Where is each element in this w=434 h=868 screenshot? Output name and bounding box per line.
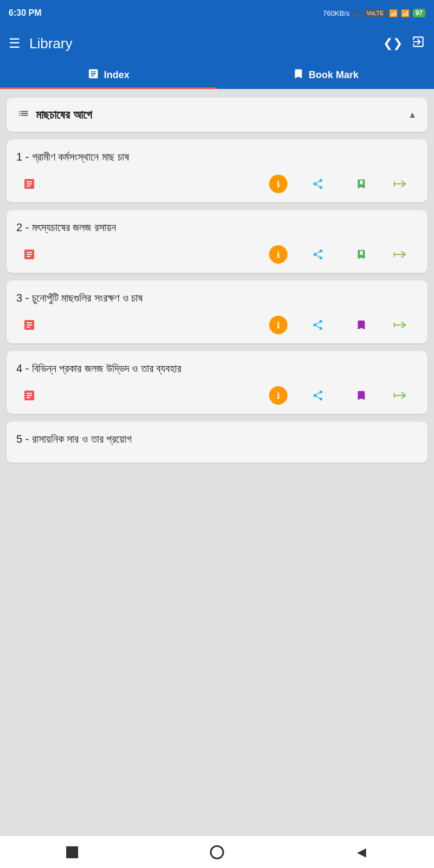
app-bar: ☰ Library ❮❯ [0,26,434,61]
item-actions-1: ℹ [16,173,418,195]
tab-bar: Index Book Mark [0,61,434,89]
logout-icon[interactable] [411,35,425,52]
arrow-icon-2[interactable] [387,244,413,265]
item-title-4: 4 - বিভিন্ন প্রকার জলজ উদ্ভিদ ও তার ব্যব… [16,361,418,376]
collapse-icon[interactable]: ▲ [408,110,417,120]
bookmark-tab-icon [292,68,304,82]
battery-indicator: 97 [413,9,425,17]
doc-icon-4[interactable] [16,385,42,406]
doc-icon-2[interactable] [16,244,42,265]
wifi-icon: 📶 [401,9,410,17]
info-icon-2[interactable]: ℹ [269,245,288,264]
item-actions-2: ℹ [16,244,418,265]
home-button[interactable] [207,843,227,862]
index-tab-icon [87,68,99,82]
item-title-2: 2 - মৎস্যচাষের জলজ রসায়ন [16,220,418,235]
square-icon [66,846,78,858]
item-actions-3: ℹ [16,314,418,336]
section-header-card[interactable]: মাছচাষের আগে ▲ [7,98,427,132]
arrow-icon-4[interactable] [387,385,413,406]
item-actions-4: ℹ [16,385,418,406]
share-icon-3[interactable] [305,314,331,336]
circle-icon [210,845,224,859]
headphone-icon: 🎧 [353,9,361,17]
tab-index[interactable]: Index [0,61,217,89]
arrow-icon-3[interactable] [387,314,413,336]
item-card-3: 3 - চুনোপুঁটি মাছগুলির সংরক্ষণ ও চাষ ℹ [7,280,427,343]
status-bar: 6:30 PM 760KB/s 🎧 VoLTE 📶 📶 97 [0,0,434,26]
volte-icon: VoLTE [365,9,385,17]
list-icon [17,107,29,122]
doc-icon-1[interactable] [16,173,42,195]
back-icon: ◀ [357,845,366,859]
item-card-1: 1 - গ্রামীণ কর্মসংস্থানে মাছ চাষ ℹ [7,139,427,202]
bottom-nav: ◀ [0,835,434,868]
item-card-4: 4 - বিভিন্ন প্রকার জলজ উদ্ভিদ ও তার ব্যব… [7,351,427,414]
signal-icon: 📶 [389,9,398,17]
info-icon-3[interactable]: ℹ [269,316,288,334]
recent-apps-button[interactable] [62,843,82,862]
info-icon-4[interactable]: ℹ [269,386,288,405]
info-icon-1[interactable]: ℹ [269,175,288,193]
item-title-1: 1 - গ্রামীণ কর্মসংস্থানে মাছ চাষ [16,149,418,164]
status-time: 6:30 PM [9,8,41,18]
bookmark-icon-4[interactable] [348,385,374,406]
bookmark-icon-1[interactable] [348,173,374,195]
back-button[interactable]: ◀ [352,843,372,862]
bookmark-icon-2[interactable] [348,244,374,265]
share-icon-1[interactable] [305,173,331,195]
arrow-icon-1[interactable] [387,173,413,195]
section-title: মাছচাষের আগে [36,108,92,122]
share-icon[interactable]: ❮❯ [383,36,403,50]
app-bar-right: ❮❯ [383,35,425,52]
item-title-3: 3 - চুনোপুঁটি মাছগুলির সংরক্ষণ ও চাষ [16,290,418,305]
app-bar-left: ☰ Library [9,35,72,52]
tab-bookmark[interactable]: Book Mark [217,61,434,89]
item-title-5: 5 - রাসায়নিক সার ও তার প্রয়োগ [16,431,418,446]
item-card-5: 5 - রাসায়নিক সার ও তার প্রয়োগ [7,422,427,463]
speed-indicator: 760KB/s [323,9,349,17]
section-header-left: মাছচাষের আগে [17,107,92,122]
hamburger-icon[interactable]: ☰ [9,36,21,51]
bookmark-icon-3[interactable] [348,314,374,336]
doc-icon-3[interactable] [16,314,42,336]
app-title: Library [29,35,72,52]
tab-index-label: Index [104,69,129,81]
content-area: মাছচাষের আগে ▲ 1 - গ্রামীণ কর্মসংস্থানে … [0,89,434,848]
status-indicators: 760KB/s 🎧 VoLTE 📶 📶 97 [323,9,425,17]
share-icon-2[interactable] [305,244,331,265]
item-card-2: 2 - মৎস্যচাষের জলজ রসায়ন ℹ [7,210,427,273]
share-icon-4[interactable] [305,385,331,406]
tab-bookmark-label: Book Mark [309,69,359,81]
